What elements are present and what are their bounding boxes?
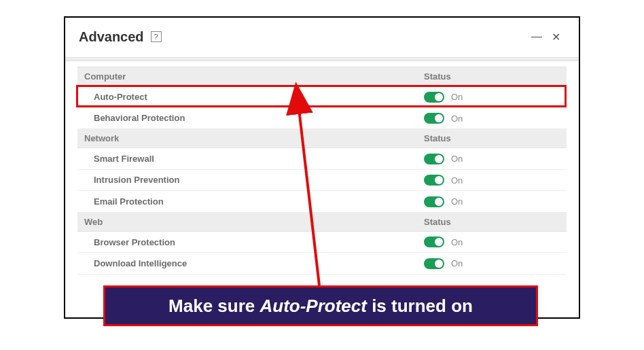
setting-row: Intrusion PreventionOn — [77, 169, 567, 191]
setting-status-cell: On — [417, 86, 567, 108]
toggle-switch[interactable] — [424, 175, 444, 186]
setting-status-cell: On — [417, 107, 567, 129]
toggle-switch[interactable] — [424, 154, 444, 164]
setting-row: Email ProtectionOn — [77, 191, 567, 213]
section-name: Network — [77, 129, 417, 148]
status-column-header: Status — [417, 212, 567, 231]
toggle-switch[interactable] — [424, 92, 444, 103]
setting-status-cell: On — [417, 148, 567, 170]
settings-window: Advanced ? — ✕ ComputerStatusAuto-Protec… — [64, 16, 580, 319]
status-text: On — [451, 92, 463, 102]
titlebar: Advanced ? — ✕ — [65, 18, 579, 53]
setting-status-cell: On — [417, 169, 567, 191]
status-column-header: Status — [417, 67, 567, 86]
setting-label: Download Intelligence — [77, 253, 417, 275]
toggle-switch[interactable] — [424, 258, 444, 269]
setting-label: Intrusion Prevention — [77, 169, 417, 191]
settings-content: ComputerStatusAuto-ProtectOnBehavioral P… — [65, 61, 579, 275]
minimize-button[interactable]: — — [527, 27, 546, 46]
close-button[interactable]: ✕ — [546, 27, 565, 46]
help-icon[interactable]: ? — [151, 31, 162, 42]
section-name: Web — [77, 212, 417, 231]
status-text: On — [451, 196, 463, 207]
caption-prefix: Make sure — [168, 296, 260, 316]
caption-suffix: is turned on — [367, 296, 473, 316]
status-text: On — [451, 258, 463, 268]
setting-row: Smart FirewallOn — [77, 148, 567, 170]
status-column-header: Status — [417, 129, 567, 148]
setting-label: Auto-Protect — [77, 86, 417, 108]
annotation-caption: Make sure Auto-Protect is turned on — [103, 285, 538, 326]
toggle-switch[interactable] — [424, 196, 444, 207]
toggle-switch[interactable] — [424, 113, 444, 124]
section-name: Computer — [77, 67, 417, 86]
setting-status-cell: On — [417, 191, 567, 213]
setting-row: Download IntelligenceOn — [77, 253, 567, 275]
setting-row: Behavioral ProtectionOn — [77, 107, 567, 129]
page-title: Advanced — [79, 29, 144, 45]
setting-row: Browser ProtectionOn — [77, 231, 567, 253]
settings-table: ComputerStatusAuto-ProtectOnBehavioral P… — [77, 67, 567, 275]
setting-status-cell: On — [417, 231, 567, 253]
status-text: On — [451, 237, 463, 247]
setting-label: Behavioral Protection — [77, 107, 417, 129]
section-header: NetworkStatus — [77, 129, 567, 148]
section-header: WebStatus — [77, 212, 567, 231]
status-text: On — [451, 175, 463, 186]
setting-label: Email Protection — [77, 191, 417, 213]
setting-row: Auto-ProtectOn — [77, 86, 567, 108]
setting-label: Smart Firewall — [77, 148, 417, 170]
setting-label: Browser Protection — [77, 231, 417, 253]
setting-status-cell: On — [417, 253, 567, 275]
section-header: ComputerStatus — [77, 67, 567, 86]
status-text: On — [451, 113, 463, 124]
caption-emphasis: Auto-Protect — [260, 296, 366, 316]
toggle-switch[interactable] — [424, 237, 444, 247]
status-text: On — [451, 154, 463, 164]
